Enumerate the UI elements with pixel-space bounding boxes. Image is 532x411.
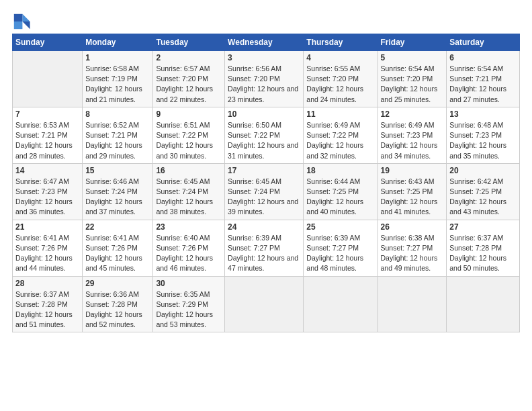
calendar-cell: 25Sunrise: 6:39 AMSunset: 7:27 PMDayligh… <box>304 220 378 276</box>
day-info: Sunrise: 6:39 AMSunset: 7:27 PMDaylight:… <box>306 233 374 274</box>
svg-marker-0 <box>22 14 30 21</box>
day-info: Sunrise: 6:43 AMSunset: 7:25 PMDaylight:… <box>381 177 444 218</box>
day-info: Sunrise: 6:58 AMSunset: 7:19 PMDaylight:… <box>85 64 150 105</box>
day-info: Sunrise: 6:50 AMSunset: 7:22 PMDaylight:… <box>228 120 300 161</box>
calendar-cell: 5Sunrise: 6:54 AMSunset: 7:20 PMDaylight… <box>378 51 447 107</box>
day-number: 11 <box>306 109 374 119</box>
header-row <box>12 12 520 31</box>
day-info: Sunrise: 6:55 AMSunset: 7:20 PMDaylight:… <box>306 64 374 105</box>
weekday-header: Friday <box>378 34 447 51</box>
calendar-cell: 6Sunrise: 6:54 AMSunset: 7:21 PMDaylight… <box>447 51 520 107</box>
day-info: Sunrise: 6:38 AMSunset: 7:27 PMDaylight:… <box>381 233 444 274</box>
day-number: 30 <box>156 279 222 288</box>
day-info: Sunrise: 6:47 AMSunset: 7:23 PMDaylight:… <box>15 177 79 218</box>
calendar-cell: 7Sunrise: 6:53 AMSunset: 7:21 PMDaylight… <box>13 107 83 163</box>
day-info: Sunrise: 6:36 AMSunset: 7:28 PMDaylight:… <box>85 289 150 330</box>
day-info: Sunrise: 6:41 AMSunset: 7:26 PMDaylight:… <box>15 233 79 274</box>
day-info: Sunrise: 6:42 AMSunset: 7:25 PMDaylight:… <box>449 177 517 218</box>
weekday-header: Sunday <box>13 34 83 51</box>
day-number: 13 <box>449 109 517 119</box>
day-info: Sunrise: 6:35 AMSunset: 7:29 PMDaylight:… <box>156 289 222 330</box>
day-info: Sunrise: 6:56 AMSunset: 7:20 PMDaylight:… <box>228 64 300 105</box>
calendar-cell: 8Sunrise: 6:52 AMSunset: 7:21 PMDaylight… <box>83 107 153 163</box>
calendar-cell: 28Sunrise: 6:37 AMSunset: 7:28 PMDayligh… <box>13 276 83 332</box>
calendar-cell: 13Sunrise: 6:48 AMSunset: 7:23 PMDayligh… <box>447 107 520 163</box>
weekday-header: Tuesday <box>153 34 225 51</box>
day-info: Sunrise: 6:52 AMSunset: 7:21 PMDaylight:… <box>85 120 150 161</box>
calendar-table: SundayMondayTuesdayWednesdayThursdayFrid… <box>12 34 520 332</box>
page-container: SundayMondayTuesdayWednesdayThursdayFrid… <box>0 0 532 339</box>
day-number: 29 <box>85 279 150 288</box>
day-number: 5 <box>381 53 444 62</box>
weekday-header: Saturday <box>447 34 520 51</box>
day-number: 2 <box>156 53 222 62</box>
day-number: 24 <box>228 222 300 232</box>
calendar-cell <box>304 276 378 332</box>
logo-icon <box>12 12 31 31</box>
calendar-cell: 17Sunrise: 6:45 AMSunset: 7:24 PMDayligh… <box>225 163 304 220</box>
day-number: 16 <box>156 166 222 175</box>
calendar-cell: 26Sunrise: 6:38 AMSunset: 7:27 PMDayligh… <box>378 220 447 276</box>
day-number: 1 <box>85 53 150 62</box>
calendar-cell: 10Sunrise: 6:50 AMSunset: 7:22 PMDayligh… <box>225 107 304 163</box>
day-number: 28 <box>15 279 79 288</box>
day-number: 6 <box>449 53 517 62</box>
calendar-cell: 15Sunrise: 6:46 AMSunset: 7:24 PMDayligh… <box>83 163 153 220</box>
day-number: 25 <box>306 222 374 232</box>
day-info: Sunrise: 6:44 AMSunset: 7:25 PMDaylight:… <box>306 177 374 218</box>
day-info: Sunrise: 6:39 AMSunset: 7:27 PMDaylight:… <box>228 233 300 274</box>
day-info: Sunrise: 6:46 AMSunset: 7:24 PMDaylight:… <box>85 177 150 218</box>
day-number: 27 <box>449 222 517 232</box>
svg-marker-2 <box>14 14 23 21</box>
calendar-cell <box>13 51 83 107</box>
day-info: Sunrise: 6:53 AMSunset: 7:21 PMDaylight:… <box>15 120 79 161</box>
svg-marker-3 <box>14 21 23 29</box>
day-number: 14 <box>15 166 79 175</box>
day-info: Sunrise: 6:41 AMSunset: 7:26 PMDaylight:… <box>85 233 150 274</box>
day-number: 17 <box>228 166 300 175</box>
day-number: 20 <box>449 166 517 175</box>
day-number: 8 <box>85 109 150 119</box>
calendar-cell: 23Sunrise: 6:40 AMSunset: 7:26 PMDayligh… <box>153 220 225 276</box>
day-info: Sunrise: 6:48 AMSunset: 7:23 PMDaylight:… <box>449 120 517 161</box>
day-number: 15 <box>85 166 150 175</box>
weekday-header: Thursday <box>304 34 378 51</box>
day-number: 10 <box>228 109 300 119</box>
calendar-cell: 24Sunrise: 6:39 AMSunset: 7:27 PMDayligh… <box>225 220 304 276</box>
calendar-cell: 18Sunrise: 6:44 AMSunset: 7:25 PMDayligh… <box>304 163 378 220</box>
calendar-cell: 3Sunrise: 6:56 AMSunset: 7:20 PMDaylight… <box>225 51 304 107</box>
calendar-cell: 21Sunrise: 6:41 AMSunset: 7:26 PMDayligh… <box>13 220 83 276</box>
calendar-cell: 9Sunrise: 6:51 AMSunset: 7:22 PMDaylight… <box>153 107 225 163</box>
day-number: 21 <box>15 222 79 232</box>
day-info: Sunrise: 6:54 AMSunset: 7:21 PMDaylight:… <box>449 64 517 105</box>
day-number: 22 <box>85 222 150 232</box>
logo <box>12 12 34 31</box>
day-info: Sunrise: 6:57 AMSunset: 7:20 PMDaylight:… <box>156 64 222 105</box>
calendar-cell: 12Sunrise: 6:49 AMSunset: 7:23 PMDayligh… <box>378 107 447 163</box>
day-number: 3 <box>228 53 300 62</box>
day-info: Sunrise: 6:40 AMSunset: 7:26 PMDaylight:… <box>156 233 222 274</box>
calendar-cell: 19Sunrise: 6:43 AMSunset: 7:25 PMDayligh… <box>378 163 447 220</box>
calendar-cell: 2Sunrise: 6:57 AMSunset: 7:20 PMDaylight… <box>153 51 225 107</box>
day-number: 12 <box>381 109 444 119</box>
calendar-cell: 4Sunrise: 6:55 AMSunset: 7:20 PMDaylight… <box>304 51 378 107</box>
day-number: 26 <box>381 222 444 232</box>
calendar-cell: 11Sunrise: 6:49 AMSunset: 7:22 PMDayligh… <box>304 107 378 163</box>
day-info: Sunrise: 6:37 AMSunset: 7:28 PMDaylight:… <box>449 233 517 274</box>
weekday-header: Monday <box>83 34 153 51</box>
calendar-cell: 16Sunrise: 6:45 AMSunset: 7:24 PMDayligh… <box>153 163 225 220</box>
day-info: Sunrise: 6:45 AMSunset: 7:24 PMDaylight:… <box>156 177 222 218</box>
day-info: Sunrise: 6:51 AMSunset: 7:22 PMDaylight:… <box>156 120 222 161</box>
day-number: 9 <box>156 109 222 119</box>
day-number: 19 <box>381 166 444 175</box>
day-info: Sunrise: 6:49 AMSunset: 7:22 PMDaylight:… <box>306 120 374 161</box>
calendar-cell: 29Sunrise: 6:36 AMSunset: 7:28 PMDayligh… <box>83 276 153 332</box>
weekday-header: Wednesday <box>225 34 304 51</box>
day-info: Sunrise: 6:54 AMSunset: 7:20 PMDaylight:… <box>381 64 444 105</box>
calendar-cell: 30Sunrise: 6:35 AMSunset: 7:29 PMDayligh… <box>153 276 225 332</box>
day-number: 7 <box>15 109 79 119</box>
calendar-cell: 27Sunrise: 6:37 AMSunset: 7:28 PMDayligh… <box>447 220 520 276</box>
calendar-cell <box>378 276 447 332</box>
calendar-cell: 1Sunrise: 6:58 AMSunset: 7:19 PMDaylight… <box>83 51 153 107</box>
calendar-cell: 14Sunrise: 6:47 AMSunset: 7:23 PMDayligh… <box>13 163 83 220</box>
